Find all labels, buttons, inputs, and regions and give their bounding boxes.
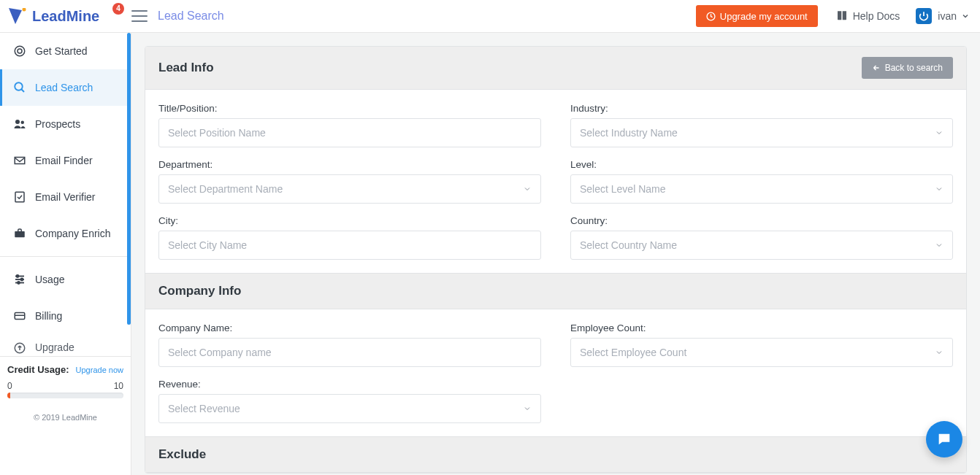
sidebar-item-billing[interactable]: Billing (0, 298, 131, 334)
credit-max: 10 (114, 381, 123, 391)
chat-fab[interactable] (926, 421, 962, 457)
sliders-icon (13, 273, 28, 286)
placeholder-text: Select Level Name (580, 183, 666, 195)
main-content: Lead Info Back to search Title/Position:… (131, 33, 980, 475)
chevron-down-icon (523, 185, 532, 193)
svg-point-15 (21, 279, 23, 281)
field-country: Country: Select Country Name (570, 211, 953, 260)
sidebar-item-email-verifier[interactable]: Email Verifier (0, 179, 131, 215)
sidebar: Get Started Lead Search Prospects Email … (0, 33, 131, 475)
field-city: City: Select City Name (158, 211, 541, 260)
sidebar-item-label: Email Verifier (35, 191, 95, 203)
industry-label: Industry: (570, 103, 953, 114)
country-select[interactable]: Select Country Name (570, 231, 953, 260)
placeholder-text: Select Industry Name (580, 127, 678, 139)
placeholder-text: Select Company name (168, 347, 272, 358)
sidebar-item-label: Lead Search (35, 82, 93, 93)
lead-info-header: Lead Info Back to search (145, 47, 966, 90)
field-title-position: Title/Position: Select Position Name (158, 99, 541, 147)
svg-line-6 (21, 89, 24, 92)
company-info-title: Company Info (158, 284, 953, 298)
lead-info-title: Lead Info (158, 61, 214, 75)
chevron-down-icon (961, 12, 970, 20)
brand-text: LeadMine (32, 8, 99, 25)
department-select[interactable]: Select Department Name (158, 174, 541, 204)
employee-count-select[interactable]: Select Employee Count (570, 338, 953, 367)
chevron-down-icon (523, 404, 532, 413)
svg-point-1 (23, 8, 26, 12)
company-name-label: Company Name: (158, 323, 541, 333)
field-industry: Industry: Select Industry Name (570, 99, 953, 147)
chevron-down-icon (935, 241, 943, 250)
upgrade-account-button[interactable]: Upgrade my account (696, 5, 818, 27)
search-form-panel: Lead Info Back to search Title/Position:… (145, 46, 967, 474)
field-employee-count: Employee Count: Select Employee Count (570, 318, 953, 367)
department-label: Department: (158, 159, 541, 170)
svg-point-16 (18, 282, 20, 284)
svg-rect-9 (15, 192, 24, 202)
scrollbar-indicator[interactable] (127, 33, 131, 325)
sidebar-item-prospects[interactable]: Prospects (0, 106, 131, 142)
svg-point-7 (15, 120, 20, 124)
company-info-header: Company Info (145, 273, 966, 309)
sidebar-item-company-enrich[interactable]: Company Enrich (0, 215, 131, 252)
logo-icon (9, 8, 28, 24)
placeholder-text: Select Country Name (580, 239, 677, 251)
field-department: Department: Select Department Name (158, 155, 541, 204)
mail-icon (13, 154, 28, 167)
svg-point-5 (15, 82, 23, 90)
credit-usage-title: Credit Usage: (7, 364, 69, 375)
back-to-search-button[interactable]: Back to search (862, 57, 953, 79)
sidebar-item-usage[interactable]: Usage (0, 261, 131, 298)
credit-usage-block: Credit Usage: Upgrade now 0 10 (0, 356, 131, 406)
briefcase-icon (13, 227, 28, 240)
field-company-name: Company Name: Select Company name (158, 318, 541, 367)
logo[interactable]: LeadMine 4 (0, 0, 131, 33)
revenue-select[interactable]: Select Revenue (158, 394, 541, 423)
clock-icon (706, 12, 716, 21)
upgrade-icon (13, 341, 28, 355)
city-label: City: (158, 215, 541, 226)
level-select[interactable]: Select Level Name (570, 174, 953, 204)
back-to-search-label: Back to search (885, 63, 943, 73)
menu-toggle-icon[interactable] (131, 10, 148, 22)
industry-select[interactable]: Select Industry Name (570, 118, 953, 147)
sidebar-item-email-finder[interactable]: Email Finder (0, 142, 131, 179)
book-icon (835, 9, 853, 23)
title-position-label: Title/Position: (158, 103, 541, 114)
title-position-input[interactable]: Select Position Name (158, 118, 541, 147)
svg-point-8 (21, 121, 25, 125)
sidebar-item-upgrade[interactable]: Upgrade (0, 334, 131, 356)
field-level: Level: Select Level Name (570, 155, 953, 204)
svg-point-3 (15, 46, 25, 56)
sidebar-item-get-started[interactable]: Get Started (0, 33, 131, 69)
search-icon (13, 81, 28, 94)
sidebar-separator (0, 256, 131, 257)
upgrade-account-label: Upgrade my account (720, 11, 808, 22)
svg-point-14 (17, 275, 19, 277)
chat-icon (936, 431, 952, 447)
company-name-input[interactable]: Select Company name (158, 338, 541, 367)
help-docs-link[interactable]: Help Docs (835, 9, 900, 23)
sidebar-item-label: Get Started (35, 45, 88, 57)
city-input[interactable]: Select City Name (158, 231, 541, 260)
chevron-down-icon (935, 185, 943, 193)
placeholder-text: Select Revenue (168, 403, 240, 414)
upgrade-now-link[interactable]: Upgrade now (76, 366, 123, 374)
sidebar-item-lead-search[interactable]: Lead Search (0, 69, 131, 106)
sidebar-nav: Get Started Lead Search Prospects Email … (0, 33, 131, 356)
country-label: Country: (570, 215, 953, 226)
user-menu[interactable]: ivan (916, 8, 970, 24)
copyright: © 2019 LeadMine (0, 406, 131, 429)
sidebar-item-label: Prospects (35, 118, 80, 130)
people-icon (13, 117, 28, 131)
chevron-down-icon (935, 128, 943, 137)
svg-point-4 (18, 49, 22, 53)
svg-marker-0 (9, 8, 22, 24)
sidebar-item-label: Usage (35, 274, 64, 285)
sidebar-item-label: Upgrade (35, 341, 74, 353)
placeholder-text: Select City Name (168, 239, 247, 251)
notifications-badge[interactable]: 4 (112, 3, 124, 15)
chevron-down-icon (935, 348, 943, 357)
exclude-title: Exclude (158, 447, 953, 462)
